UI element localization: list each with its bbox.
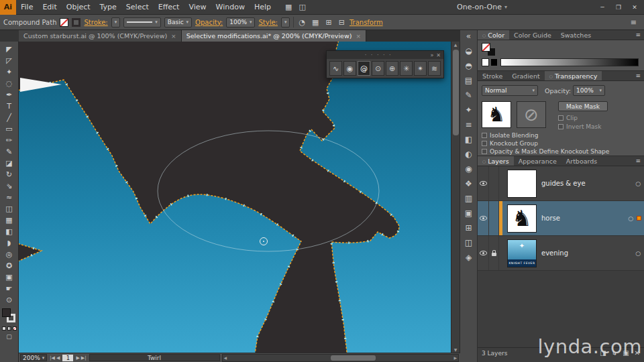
drag-handle-icon[interactable]: · · · · · bbox=[329, 52, 427, 58]
target-circle-icon[interactable]: ○ bbox=[635, 250, 641, 257]
grayscale-ramp[interactable] bbox=[500, 58, 639, 66]
swatches-panel-icon[interactable]: ▤ bbox=[465, 76, 472, 84]
target-circle-icon[interactable]: ○ bbox=[635, 180, 641, 187]
layer-row-evening[interactable]: ✦KNIGHT FEVERevening○ bbox=[478, 236, 644, 271]
next-artboard-button[interactable]: ▶ bbox=[75, 355, 80, 361]
visibility-toggle[interactable] bbox=[478, 201, 489, 235]
layer-thumbnail[interactable] bbox=[507, 170, 537, 198]
document-tab-active[interactable]: Selective modifications.ai* @ 200% (CMYK… bbox=[182, 30, 366, 42]
restore-button[interactable]: ❐ bbox=[610, 0, 627, 15]
launch-bridge-icon[interactable]: ▦ bbox=[285, 3, 292, 11]
layer-row-guides-eye[interactable]: guides & eye○ bbox=[478, 166, 644, 201]
color-panel-icon[interactable]: ◒ bbox=[465, 47, 472, 55]
mask-thumbnail[interactable]: ⊘ bbox=[517, 101, 546, 128]
menu-object[interactable]: Object bbox=[62, 0, 95, 15]
warp-tool[interactable]: ◉ bbox=[343, 61, 356, 76]
fill-swatch[interactable] bbox=[60, 18, 68, 27]
color-button[interactable] bbox=[2, 326, 6, 330]
wrinkle-tool[interactable]: ≋ bbox=[428, 61, 441, 76]
stroke-profile-select[interactable]: ▾ bbox=[123, 17, 161, 27]
minimize-button[interactable]: ─ bbox=[594, 0, 610, 15]
scroll-right-icon[interactable]: ▶ bbox=[453, 355, 457, 360]
opacity-select[interactable]: 100% ▾ bbox=[573, 85, 605, 96]
width-tool[interactable]: ≈ bbox=[2, 192, 17, 203]
horizontal-scrollbar[interactable]: ◀ ▶ bbox=[222, 354, 459, 362]
shape-builder-tool[interactable]: ◫ bbox=[2, 203, 17, 215]
opacity-panel-link[interactable]: Opacity: bbox=[195, 19, 223, 26]
lasso-tool[interactable]: ◌ bbox=[2, 78, 17, 89]
lock-toggle[interactable] bbox=[489, 201, 499, 235]
rotate-tool[interactable]: ↻ bbox=[2, 169, 17, 180]
scale-tool[interactable]: ⇘ bbox=[2, 180, 17, 192]
paintbrush-tool[interactable]: ✏ bbox=[2, 135, 17, 146]
close-icon[interactable]: ✕ bbox=[436, 52, 441, 58]
fill-stroke-indicator[interactable] bbox=[2, 308, 17, 324]
layers-panel-icon[interactable]: ▥ bbox=[465, 194, 472, 202]
gradient-tool[interactable]: ◧ bbox=[2, 226, 17, 237]
scroll-left-icon[interactable]: ◀ bbox=[224, 355, 227, 360]
menu-file[interactable]: File bbox=[16, 0, 38, 15]
scallop-tool[interactable]: ✳ bbox=[400, 61, 413, 76]
invert-mask-checkbox[interactable] bbox=[558, 124, 564, 129]
expand-panels-icon[interactable]: « bbox=[466, 32, 471, 40]
menu-type[interactable]: Type bbox=[95, 0, 121, 15]
navigator-panel-icon[interactable]: ◈ bbox=[466, 253, 472, 261]
panel-tab-transparency[interactable]: ○Transparency bbox=[545, 71, 602, 80]
panel-tab-swatches[interactable]: Swatches bbox=[556, 30, 596, 40]
artboards-panel-icon[interactable]: ▣ bbox=[465, 209, 472, 217]
panel-tab-color[interactable]: ○Color bbox=[478, 30, 509, 40]
prev-artboard-button[interactable]: ◀ bbox=[56, 355, 60, 361]
style-panel-link[interactable]: Style: bbox=[258, 19, 278, 26]
visibility-toggle[interactable] bbox=[478, 166, 489, 200]
make-mask-button[interactable]: Make Mask bbox=[558, 101, 608, 111]
isolate-selection-icon[interactable]: ⊟ bbox=[337, 18, 346, 27]
vertical-scroll-thumb[interactable] bbox=[453, 50, 459, 135]
document-tab-inactive[interactable]: Custom starburst.ai @ 100% (CMYK/Preview… bbox=[19, 30, 182, 42]
symbols-panel-icon[interactable]: ✦ bbox=[465, 106, 472, 114]
first-artboard-button[interactable]: |◀ bbox=[49, 355, 56, 361]
liquify-tools-panel[interactable]: · · · · · » ✕ ∿◉@⊙⊕✳✴≋ bbox=[326, 50, 444, 78]
tab-close-icon[interactable]: × bbox=[356, 33, 361, 40]
brush-definition-select[interactable]: Basic▾ bbox=[164, 17, 192, 27]
transparency-panel-icon[interactable]: ◐ bbox=[465, 150, 472, 158]
crystallize-tool[interactable]: ✴ bbox=[414, 61, 427, 76]
layer-row-horse[interactable]: ♞horse○ bbox=[478, 201, 644, 236]
checkbox[interactable] bbox=[482, 133, 487, 138]
fill-swatch[interactable] bbox=[482, 43, 490, 52]
panel-tab-gradient[interactable]: Gradient bbox=[507, 71, 544, 80]
menu-edit[interactable]: Edit bbox=[38, 0, 61, 15]
panel-tab-layers[interactable]: ○Layers bbox=[478, 156, 514, 166]
checkbox[interactable] bbox=[482, 141, 487, 146]
panel-menu-icon[interactable]: ≡ bbox=[632, 30, 644, 40]
bloat-tool[interactable]: ⊕ bbox=[386, 61, 398, 76]
horse-silhouette[interactable] bbox=[19, 42, 399, 353]
opacity-select[interactable]: 100%▾ bbox=[226, 17, 255, 27]
symbol-sprayer-tool[interactable]: ✪ bbox=[2, 260, 17, 272]
color-guide-panel-icon[interactable]: ◓ bbox=[465, 62, 472, 70]
gradient-panel-icon[interactable]: ◧ bbox=[465, 135, 472, 143]
width-tool[interactable]: ∿ bbox=[329, 61, 342, 76]
appearance-panel-icon[interactable]: ◉ bbox=[465, 165, 472, 173]
align-options-icon[interactable]: ▦ bbox=[311, 18, 320, 27]
selection-tool[interactable]: ◤ bbox=[2, 44, 17, 55]
mesh-tool[interactable]: ▦ bbox=[2, 215, 17, 226]
panel-menu-icon[interactable]: ≡ bbox=[632, 71, 644, 80]
lock-toggle[interactable] bbox=[489, 236, 499, 270]
pencil-tool[interactable]: ✎ bbox=[2, 146, 17, 158]
illustrator-logo[interactable]: Ai bbox=[0, 0, 16, 15]
object-thumbnail[interactable]: ♞ bbox=[482, 101, 511, 128]
stroke-panel-link[interactable]: Stroke: bbox=[84, 19, 107, 26]
fill-color-swatch[interactable] bbox=[2, 308, 11, 317]
distribute-icon[interactable]: ⊞ bbox=[324, 18, 333, 27]
panel-tab-color-guide[interactable]: Color Guide bbox=[509, 30, 556, 40]
zoom-level-select[interactable]: 200% ▾ bbox=[20, 354, 47, 361]
layer-thumbnail[interactable]: ♞ bbox=[507, 204, 537, 233]
type-tool[interactable]: T bbox=[2, 101, 17, 112]
rectangle-tool[interactable]: ▭ bbox=[2, 123, 17, 135]
panel-menu-icon[interactable]: ≡ bbox=[629, 18, 638, 27]
panel-tab-artboards[interactable]: Artboards bbox=[561, 156, 602, 166]
graphic-styles-panel-icon[interactable]: ❖ bbox=[465, 180, 472, 188]
stroke-panel-icon[interactable]: ≡ bbox=[465, 121, 472, 129]
lock-toggle[interactable] bbox=[489, 166, 499, 200]
black-chip[interactable] bbox=[490, 58, 498, 66]
